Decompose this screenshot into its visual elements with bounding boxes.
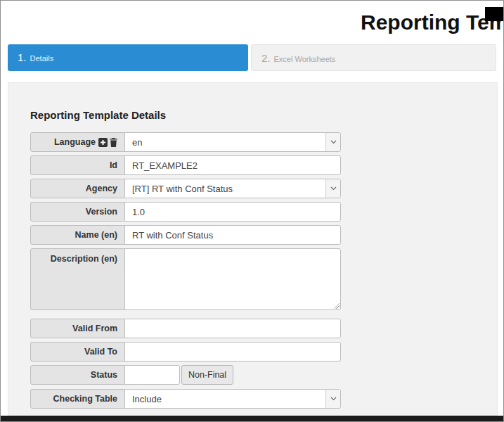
id-label: Id — [30, 155, 125, 175]
checking-table-label-text: Checking Table — [53, 394, 117, 404]
page-title: Reporting Template — [361, 11, 504, 34]
agency-select[interactable]: [RT] RT with Conf Status — [124, 179, 341, 198]
name-row: Name (en) — [30, 225, 341, 245]
tab-excel-worksheets-number: 2. — [261, 45, 271, 72]
name-label-text: Name (en) — [75, 230, 117, 240]
description-textarea[interactable] — [124, 248, 341, 310]
window-bottom-edge — [1, 416, 504, 422]
non-final-button[interactable]: Non-Final — [181, 365, 233, 385]
chevron-down-icon — [325, 390, 340, 408]
language-row: Language en — [30, 132, 341, 152]
agency-label: Agency — [30, 179, 125, 198]
agency-select-value: [RT] RT with Conf Status — [125, 184, 233, 194]
valid-to-row: Valid To — [30, 342, 341, 362]
description-label: Description (en) — [30, 248, 125, 310]
description-label-text: Description (en) — [51, 254, 117, 264]
tab-excel-worksheets[interactable]: 2. Excel Worksheets — [251, 44, 496, 71]
chevron-down-icon — [325, 179, 340, 198]
header-action-button[interactable] — [485, 7, 504, 21]
delete-language-icon[interactable] — [110, 138, 117, 147]
valid-to-label-text: Valid To — [84, 347, 117, 357]
language-select[interactable]: en — [124, 132, 341, 152]
id-label-text: Id — [110, 160, 117, 170]
checking-table-row: Checking Table Include — [30, 389, 341, 409]
tab-excel-worksheets-label: Excel Worksheets — [274, 46, 336, 72]
status-label-text: Status — [91, 370, 117, 380]
version-input[interactable] — [124, 202, 341, 222]
resize-handle-icon[interactable] — [333, 302, 340, 309]
name-label: Name (en) — [30, 225, 125, 245]
language-label-text: Language — [54, 137, 96, 147]
version-label: Version — [30, 202, 125, 222]
id-row: Id — [30, 155, 341, 175]
status-input[interactable] — [124, 365, 180, 385]
version-label-text: Version — [86, 207, 117, 217]
tab-details-label: Details — [30, 45, 54, 72]
valid-to-label: Valid To — [30, 342, 125, 362]
name-input[interactable] — [124, 225, 341, 245]
language-label: Language — [30, 132, 125, 152]
valid-from-label: Valid From — [30, 319, 125, 338]
chevron-down-icon — [325, 133, 340, 151]
id-input[interactable] — [124, 155, 341, 175]
checking-table-select-value: Include — [125, 394, 162, 404]
tab-details-number: 1. — [18, 44, 27, 71]
version-row: Version — [30, 202, 341, 222]
language-select-value: en — [125, 137, 142, 148]
tab-details[interactable]: 1. Details — [8, 44, 248, 71]
agency-label-text: Agency — [86, 184, 117, 193]
valid-from-label-text: Valid From — [72, 324, 117, 333]
checking-table-label: Checking Table — [30, 389, 125, 409]
checking-table-select[interactable]: Include — [124, 389, 341, 409]
agency-row: Agency [RT] RT with Conf Status — [30, 179, 341, 198]
status-row: Status Non-Final — [30, 365, 233, 385]
status-label: Status — [30, 365, 125, 385]
valid-to-input[interactable] — [124, 342, 341, 362]
description-row: Description (en) — [30, 248, 341, 310]
valid-from-input[interactable] — [124, 319, 341, 338]
valid-from-row: Valid From — [30, 319, 341, 338]
section-heading: Reporting Template Details — [30, 109, 166, 121]
add-language-icon[interactable] — [98, 138, 108, 147]
